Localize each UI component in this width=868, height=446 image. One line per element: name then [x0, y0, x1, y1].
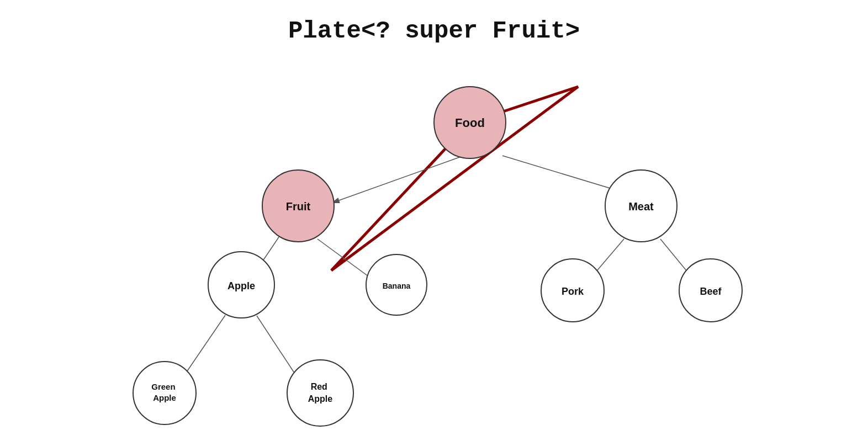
node-banana-label: Banana: [383, 282, 411, 290]
edge-food-fruit: [331, 156, 464, 203]
node-fruit-label: Fruit: [286, 200, 311, 213]
node-red-apple[interactable]: [287, 360, 353, 426]
node-meat-label: Meat: [628, 200, 654, 213]
node-pork-label: Pork: [562, 286, 584, 297]
node-food-label: Food: [455, 116, 485, 130]
node-apple-label: Apple: [227, 280, 255, 291]
node-beef-label: Beef: [700, 286, 722, 297]
page-title: Plate<? super Fruit>: [288, 17, 580, 45]
